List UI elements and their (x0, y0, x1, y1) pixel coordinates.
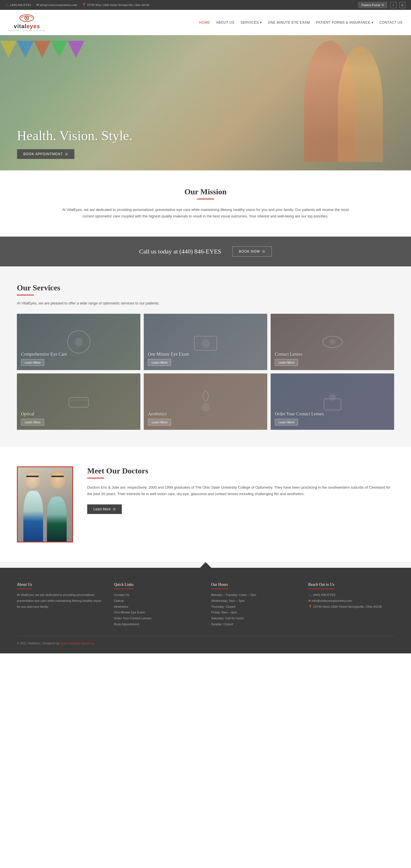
facebook-icon[interactable]: f (390, 2, 397, 8)
doctors-learn-more-label: Learn More (93, 507, 110, 511)
service-card-content: Contact Lenses Learn More (271, 347, 394, 370)
footer-address[interactable]: 📍 19796 West 130th Street Strongsville, … (308, 604, 394, 610)
top-bar: 📞 (440) 846-EYES ✉ info@vitaleyesoptomet… (0, 0, 411, 10)
doctors-underline (87, 478, 104, 478)
footer-phone[interactable]: 📞 (440) 846-EYES (308, 592, 394, 598)
footer: About Us At VitalEyes, we are dedicated … (0, 568, 411, 653)
header: vitaleyes HEALTH • VISION • STYLE HOME A… (0, 10, 411, 35)
logo[interactable]: vitaleyes HEALTH • VISION • STYLE (8, 13, 45, 32)
nav-services[interactable]: SERVICES ▾ (241, 21, 262, 25)
footer-quick-link[interactable]: Contact Us (114, 592, 200, 598)
footer-designer-link[interactable]: Spark Medical Marketing (61, 642, 95, 645)
footer-triangle-wrap (0, 562, 411, 568)
footer-address-icon: 📍 (308, 605, 312, 608)
service-card-content: Optical Learn More (17, 407, 140, 430)
mission-text: At VitalEyes, we are dedicated to provid… (56, 207, 355, 220)
service-learn-more-button-1[interactable]: Learn More (148, 359, 171, 366)
doctors-bio: Doctors Eric & Julie are, respectively, … (87, 484, 394, 497)
logo-wordmark: vitaleyes (14, 23, 40, 30)
service-learn-more-button-5[interactable]: Learn More (275, 419, 298, 426)
services-header: Our Services At VitalEyes, we are please… (17, 283, 394, 305)
email-icon: ✉ (36, 3, 39, 6)
mission-underline (197, 198, 214, 199)
patient-portal-button[interactable]: Patient Portal ⊙ (358, 2, 387, 8)
service-card-3[interactable]: Optical Learn More (17, 373, 140, 430)
footer-quick-link[interactable]: Order Your Contact Lenses (114, 615, 200, 621)
service-card-content: Aesthetics Learn More (144, 407, 267, 430)
patient-portal-label: Patient Portal (362, 3, 380, 7)
footer-quick-link[interactable]: Aesthetics (114, 604, 200, 610)
service-card-title: Aesthetics (148, 411, 263, 416)
hero-section: Health. Vision. Style. BOOK APPOINTMENT … (0, 35, 411, 170)
footer-contact-col: Reach Out to Us 📞 (440) 846-EYES ✉ info@… (308, 582, 394, 627)
logo-eyes: eyes (27, 23, 40, 29)
service-card-5[interactable]: Order Your Contact Lenses Learn More (271, 373, 394, 430)
footer-bottom: © 2021 VitalEyes. Designed by Spark Medi… (17, 636, 394, 645)
service-card-0[interactable]: Comprehensive Eye Care Learn More (17, 314, 140, 370)
service-learn-more-button-0[interactable]: Learn More (21, 359, 44, 366)
service-card-title: Comprehensive Eye Care (21, 352, 136, 357)
footer-links-list: Contact UsOpticalAestheticsOne Minute Ey… (114, 592, 200, 627)
footer-hours-item: Saturday: Call for hours (211, 615, 297, 621)
nav-eye-exam[interactable]: ONE MINUTE EYE EXAM (268, 21, 310, 25)
services-dropdown-icon: ▾ (260, 21, 262, 25)
services-grid: Comprehensive Eye Care Learn More One Mi… (17, 314, 394, 430)
service-card-2[interactable]: Contact Lenses Learn More (271, 314, 394, 370)
footer-quick-link[interactable]: Optical (114, 598, 200, 604)
doctors-content: Meet Our Doctors Doctors Eric & Julie ar… (87, 466, 394, 514)
footer-links-col: Quick Links Contact UsOpticalAestheticsO… (114, 582, 200, 627)
service-card-4[interactable]: Aesthetics Learn More (144, 373, 267, 430)
service-card-content: Comprehensive Eye Care Learn More (17, 347, 140, 370)
footer-quick-link[interactable]: One Minute Eye Exam (114, 610, 200, 615)
logo-vital: vital (14, 23, 27, 29)
book-appointment-button[interactable]: BOOK APPOINTMENT ⊙ (17, 149, 74, 159)
footer-hours-item: Monday – Tuesday: 11am – 7pm (211, 592, 297, 598)
footer-copyright: © 2021 VitalEyes. Designed by (17, 642, 60, 645)
service-card-title: Order Your Contact Lenses (275, 411, 390, 416)
footer-hours-item: Wednesday: 9am – 5pm (211, 598, 297, 604)
book-now-label: Book Now (239, 250, 260, 253)
nav-patient-forms[interactable]: PATIENT FORMS & INSURANCE ▾ (316, 21, 374, 25)
doctors-section: Meet Our Doctors Doctors Eric & Julie ar… (0, 447, 411, 562)
book-now-button[interactable]: Book Now ⊙ (232, 246, 272, 256)
doctors-image (17, 466, 73, 542)
service-card-content: One Minute Eye Exam Learn More (144, 347, 267, 370)
service-card-1[interactable]: One Minute Eye Exam Learn More (144, 314, 267, 370)
mission-heading: Our Mission (56, 187, 355, 196)
services-section: Our Services At VitalEyes, we are please… (0, 267, 411, 447)
service-learn-more-button-3[interactable]: Learn More (21, 419, 44, 426)
phone-icon: 📞 (6, 3, 9, 6)
footer-hours-heading: Our Hours (211, 582, 228, 589)
services-description: At VitalEyes, we are pleased to offer a … (17, 301, 394, 305)
appointment-icon: ⊙ (65, 152, 68, 156)
footer-email-icon: ✉ (308, 599, 311, 602)
footer-quick-link[interactable]: Book Appointment (114, 621, 200, 627)
service-card-content: Order Your Contact Lenses Learn More (271, 407, 394, 430)
doctors-learn-more-button[interactable]: Learn More ⊙ (87, 504, 122, 514)
email-info: ✉ info@vitaleyesoptometry.com (36, 3, 77, 7)
phone-info: 📞 (440) 846-EYES (6, 3, 31, 7)
footer-email[interactable]: ✉ info@vitaleyesoptometry.com (308, 598, 394, 604)
portal-icon: ⊙ (381, 3, 384, 7)
nav-home[interactable]: HOME (199, 21, 210, 25)
location-icon: 📍 (82, 3, 86, 6)
nav-contact[interactable]: CONTACT US (379, 21, 403, 25)
cta-text: Call us today at (440) 846-EYES (139, 248, 221, 255)
svg-point-2 (26, 17, 28, 19)
hero-content: Health. Vision. Style. BOOK APPOINTMENT … (17, 128, 133, 159)
top-bar-contact-info: 📞 (440) 846-EYES ✉ info@vitaleyesoptomet… (6, 3, 149, 7)
footer-hours-list: Monday – Tuesday: 11am – 7pmWednesday: 9… (211, 592, 297, 627)
service-learn-more-button-4[interactable]: Learn More (148, 419, 171, 426)
footer-hours-item: Friday: 9am – 4pm (211, 610, 297, 615)
footer-links-heading: Quick Links (114, 582, 134, 589)
service-learn-more-button-2[interactable]: Learn More (275, 359, 298, 366)
instagram-icon[interactable]: ◎ (399, 2, 405, 8)
logo-icon (19, 13, 35, 23)
footer-about-text: At VitalEyes, we are dedicated to provid… (17, 592, 103, 610)
footer-grid: About Us At VitalEyes, we are dedicated … (17, 582, 394, 627)
logo-tagline: HEALTH • VISION • STYLE (8, 30, 45, 32)
nav-about[interactable]: ABOUT US (216, 21, 234, 25)
doctors-photo (18, 467, 72, 541)
service-card-title: Optical (21, 411, 136, 416)
book-now-icon: ⊙ (262, 250, 265, 253)
